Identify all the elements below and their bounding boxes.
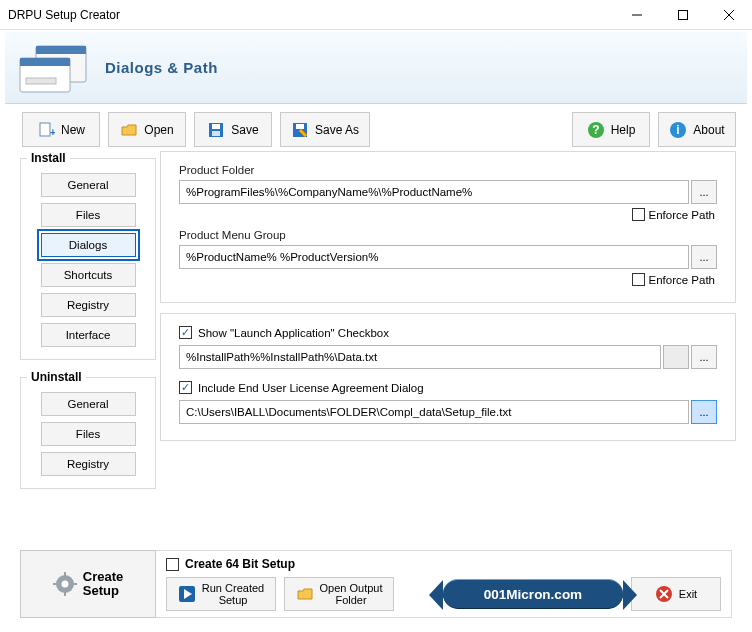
minimize-button[interactable] — [614, 0, 660, 30]
close-button[interactable] — [706, 0, 752, 30]
enforce-path-2-checkbox[interactable] — [632, 273, 645, 286]
maximize-button[interactable] — [660, 0, 706, 30]
folder-open-icon — [120, 121, 138, 139]
svg-rect-12 — [212, 124, 220, 129]
exit-label: Exit — [679, 588, 697, 600]
sidebar-item-shortcuts[interactable]: Shortcuts — [41, 263, 136, 287]
exit-button[interactable]: Exit — [631, 577, 721, 611]
svg-text:+: + — [50, 127, 55, 138]
svg-rect-1 — [679, 10, 688, 19]
svg-rect-25 — [73, 583, 77, 585]
options-panel: Show "Launch Application" Checkbox ... I… — [160, 313, 736, 441]
create-setup-button[interactable]: Create Setup — [20, 550, 156, 618]
svg-rect-8 — [26, 78, 56, 84]
new-label: New — [61, 123, 85, 137]
enforce-path-1-label: Enforce Path — [649, 209, 715, 221]
launch-label: Show "Launch Application" Checkbox — [198, 327, 389, 339]
play-icon — [178, 585, 196, 603]
svg-rect-24 — [53, 583, 57, 585]
product-menu-label: Product Menu Group — [179, 229, 717, 241]
eula-label: Include End User License Agreement Dialo… — [198, 382, 424, 394]
sidebar-item-dialogs[interactable]: Dialogs — [41, 233, 136, 257]
launch-browse-button[interactable]: ... — [691, 345, 717, 369]
save-label: Save — [231, 123, 258, 137]
launch-path-input[interactable] — [179, 345, 661, 369]
about-label: About — [693, 123, 724, 137]
sidebar-item-interface[interactable]: Interface — [41, 323, 136, 347]
install-group: Install General Files Dialogs Shortcuts … — [20, 151, 156, 360]
uninstall-group: Uninstall General Files Registry — [20, 370, 156, 489]
brand-ribbon: 001Micron.com — [443, 579, 623, 609]
save-button[interactable]: Save — [194, 112, 272, 147]
save-as-icon — [291, 121, 309, 139]
help-label: Help — [611, 123, 636, 137]
create-64bit-label: Create 64 Bit Setup — [185, 557, 295, 571]
sidebar-item-general[interactable]: General — [41, 173, 136, 197]
sidebar-un-registry[interactable]: Registry — [41, 452, 136, 476]
paths-panel: Product Folder ... Enforce Path Product … — [160, 151, 736, 303]
page-title: Dialogs & Path — [105, 59, 218, 76]
header-banner: Dialogs & Path — [5, 32, 747, 104]
about-button[interactable]: i About — [658, 112, 736, 147]
launch-preview-button[interactable] — [663, 345, 689, 369]
svg-rect-5 — [36, 46, 86, 54]
create-setup-label: Create Setup — [83, 570, 123, 599]
product-menu-input[interactable] — [179, 245, 689, 269]
run-created-setup-button[interactable]: Run Created Setup — [166, 577, 276, 611]
open-output-folder-button[interactable]: Open Output Folder — [284, 577, 394, 611]
product-folder-input[interactable] — [179, 180, 689, 204]
svg-rect-23 — [64, 592, 66, 596]
svg-text:?: ? — [592, 123, 599, 137]
save-as-button[interactable]: Save As — [280, 112, 370, 147]
eula-path-input[interactable] — [179, 400, 689, 424]
svg-rect-9 — [40, 123, 50, 136]
svg-text:i: i — [677, 123, 680, 137]
info-icon: i — [669, 121, 687, 139]
product-folder-label: Product Folder — [179, 164, 717, 176]
svg-rect-13 — [212, 131, 220, 136]
gear-icon — [53, 572, 77, 596]
open-button[interactable]: Open — [108, 112, 186, 147]
new-button[interactable]: + New — [22, 112, 100, 147]
launch-checkbox[interactable] — [179, 326, 192, 339]
install-group-label: Install — [27, 151, 70, 165]
new-file-icon: + — [37, 121, 55, 139]
folder-icon — [296, 585, 314, 603]
eula-checkbox[interactable] — [179, 381, 192, 394]
sidebar-un-files[interactable]: Files — [41, 422, 136, 446]
product-menu-browse[interactable]: ... — [691, 245, 717, 269]
sidebar-item-registry[interactable]: Registry — [41, 293, 136, 317]
save-icon — [207, 121, 225, 139]
svg-rect-7 — [20, 58, 70, 66]
enforce-path-2-label: Enforce Path — [649, 274, 715, 286]
window-title: DRPU Setup Creator — [8, 8, 614, 22]
sidebar-un-general[interactable]: General — [41, 392, 136, 416]
sidebar-item-files[interactable]: Files — [41, 203, 136, 227]
svg-point-21 — [61, 581, 68, 588]
help-icon: ? — [587, 121, 605, 139]
close-circle-icon — [655, 585, 673, 603]
help-button[interactable]: ? Help — [572, 112, 650, 147]
enforce-path-1-checkbox[interactable] — [632, 208, 645, 221]
open-label: Open — [144, 123, 173, 137]
uninstall-group-label: Uninstall — [27, 370, 86, 384]
create-64bit-checkbox[interactable] — [166, 558, 179, 571]
open-output-label: Open Output Folder — [320, 582, 383, 606]
svg-rect-22 — [64, 572, 66, 576]
window-illustration-icon — [5, 42, 105, 94]
svg-rect-15 — [296, 124, 304, 129]
run-created-label: Run Created Setup — [202, 582, 264, 606]
save-as-label: Save As — [315, 123, 359, 137]
product-folder-browse[interactable]: ... — [691, 180, 717, 204]
eula-browse-button[interactable]: ... — [691, 400, 717, 424]
